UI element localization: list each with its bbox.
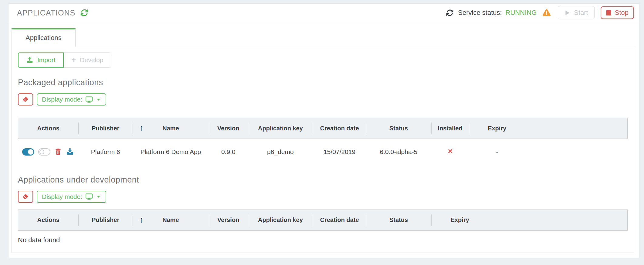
develop-label: Develop: [80, 56, 103, 64]
tab-applications[interactable]: Applications: [12, 28, 76, 47]
app-toolbar: Import + Develop: [18, 52, 111, 68]
col-version[interactable]: Version: [209, 210, 248, 230]
import-label: Import: [37, 56, 56, 64]
development-header-row: Actions Publisher ↑ Name Version Applica…: [18, 210, 628, 230]
download-icon[interactable]: [66, 148, 74, 156]
stop-button[interactable]: Stop: [601, 6, 634, 19]
col-expiry[interactable]: Expiry: [431, 210, 489, 230]
stop-label: Stop: [615, 9, 629, 17]
refresh-applications-icon[interactable]: [80, 8, 89, 17]
eraser-icon: [22, 96, 29, 103]
creation-date-cell: 15/07/2019: [313, 139, 366, 165]
monitor-icon: [85, 193, 93, 200]
display-mode-button-dev[interactable]: Display mode:: [37, 191, 106, 203]
plus-icon: +: [72, 57, 76, 63]
caret-down-icon: [96, 97, 101, 102]
no-data-text: No data found: [18, 236, 628, 244]
filler-cell: [525, 139, 627, 165]
col-installed[interactable]: Installed: [431, 118, 469, 139]
page-title: APPLICATIONS: [17, 8, 75, 17]
import-button[interactable]: Import: [18, 52, 64, 68]
col-name-label: Name: [162, 125, 179, 132]
monitor-icon: [85, 96, 93, 103]
tab-panel: Import + Develop Packaged applications D…: [12, 47, 634, 253]
display-mode-label: Display mode:: [42, 96, 82, 103]
upload-icon: [26, 56, 33, 64]
packaged-applications-table: Actions Publisher ↑ Name Version Applica…: [18, 118, 628, 165]
sort-ascending-icon: ↑: [139, 215, 144, 224]
play-icon: [564, 10, 571, 16]
col-actions: Actions: [18, 118, 79, 139]
section-title-development: Applications under development: [18, 175, 628, 185]
start-label: Start: [574, 9, 588, 17]
start-button[interactable]: Start: [558, 6, 594, 19]
col-name[interactable]: ↑ Name: [133, 118, 209, 139]
clear-filters-button-dev[interactable]: [18, 191, 33, 203]
service-status-area: Service status: RUNNING Start Stop: [446, 6, 634, 19]
not-installed-icon: [447, 148, 453, 154]
version-cell: 0.9.0: [209, 139, 248, 165]
eraser-icon: [22, 193, 29, 200]
section-title-packaged: Packaged applications: [18, 78, 628, 87]
col-filler: [489, 210, 628, 230]
refresh-status-icon[interactable]: [446, 9, 454, 17]
col-name[interactable]: ↑ Name: [133, 210, 209, 230]
col-name-label: Name: [162, 216, 179, 223]
col-application-key[interactable]: Application key: [248, 118, 313, 139]
table-row: Platform 6 Platform 6 Demo App 0.9.0 p6_…: [18, 139, 628, 165]
card-header: APPLICATIONS Service status: RUNNING: [8, 4, 639, 22]
actions-cell: [18, 139, 79, 165]
tab-bar: Applications: [8, 22, 639, 47]
warning-icon: [542, 8, 551, 17]
applications-card: APPLICATIONS Service status: RUNNING: [8, 3, 640, 258]
development-applications-table: Actions Publisher ↑ Name Version Applica…: [18, 210, 628, 231]
expiry-cell: -: [469, 139, 525, 165]
col-creation-date[interactable]: Creation date: [313, 118, 366, 139]
col-filler: [525, 118, 627, 139]
title-area: APPLICATIONS: [17, 8, 89, 17]
service-status-value: RUNNING: [506, 9, 537, 17]
col-status[interactable]: Status: [366, 118, 431, 139]
packaged-filter-row: Display mode:: [18, 93, 628, 106]
clear-filters-button[interactable]: [18, 93, 33, 106]
col-status[interactable]: Status: [366, 210, 431, 230]
publisher-cell: Platform 6: [78, 139, 133, 165]
service-status-label: Service status:: [458, 9, 502, 17]
installed-cell: [431, 139, 469, 165]
sort-ascending-icon: ↑: [139, 123, 144, 133]
name-cell: Platform 6 Demo App: [133, 139, 209, 165]
display-mode-button[interactable]: Display mode:: [37, 93, 106, 106]
stop-icon: [606, 10, 611, 15]
col-actions: Actions: [18, 210, 79, 230]
caret-down-icon: [96, 194, 101, 199]
status-cell: 6.0.0-alpha-5: [366, 139, 431, 165]
col-publisher[interactable]: Publisher: [78, 210, 133, 230]
toggle-off-icon[interactable]: [38, 148, 50, 156]
packaged-header-row: Actions Publisher ↑ Name Version Applica…: [18, 118, 628, 139]
tab-applications-label: Applications: [25, 34, 62, 42]
col-application-key[interactable]: Application key: [248, 210, 313, 230]
col-expiry[interactable]: Expiry: [469, 118, 525, 139]
trash-icon[interactable]: [54, 148, 62, 156]
col-publisher[interactable]: Publisher: [78, 118, 133, 139]
development-filter-row: Display mode:: [18, 191, 628, 203]
toggle-on-icon[interactable]: [22, 148, 34, 156]
application-key-cell: p6_demo: [248, 139, 313, 165]
col-version[interactable]: Version: [209, 118, 248, 139]
display-mode-label: Display mode:: [42, 193, 82, 200]
develop-button[interactable]: + Develop: [64, 52, 112, 68]
col-creation-date[interactable]: Creation date: [313, 210, 366, 230]
